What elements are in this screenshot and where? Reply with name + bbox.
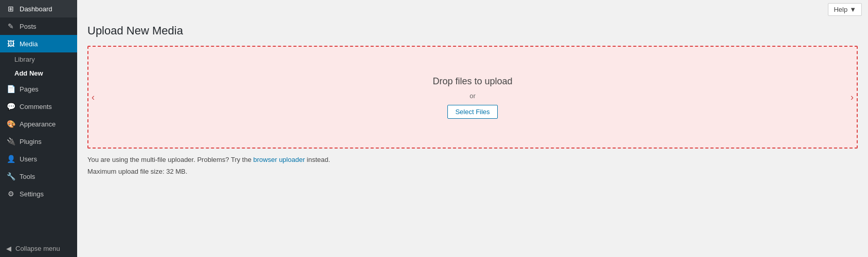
sidebar-item-posts[interactable]: ✎ Posts [0, 17, 77, 35]
sidebar-item-users[interactable]: 👤 Users [0, 150, 77, 168]
sidebar-item-appearance[interactable]: 🎨 Appearance [0, 115, 77, 133]
topbar: Help ▼ [77, 0, 868, 19]
sidebar-item-dashboard[interactable]: ⊞ Dashboard [0, 0, 77, 17]
help-arrow-icon: ▼ [849, 6, 856, 13]
browser-uploader-link[interactable]: browser uploader [254, 156, 305, 163]
tools-icon: 🔧 [6, 172, 15, 180]
info-text: You are using the multi-file uploader. P… [87, 156, 858, 163]
pages-icon: 📄 [6, 85, 15, 93]
settings-icon: ⚙ [6, 190, 15, 198]
sidebar-item-comments[interactable]: 💬 Comments [0, 98, 77, 115]
help-button[interactable]: Help ▼ [828, 3, 862, 16]
arrow-left-icon: ‹ [92, 92, 95, 103]
comments-icon: 💬 [6, 102, 15, 111]
page-title: Upload New Media [87, 24, 858, 38]
sidebar: ⊞ Dashboard ✎ Posts 🖼 Media Library Add … [0, 0, 77, 257]
sidebar-item-media[interactable]: 🖼 Media [0, 35, 77, 52]
upload-drop-zone[interactable]: ‹ Drop files to upload or Select Files › [87, 46, 858, 149]
max-size-text: Maximum upload file size: 32 MB. [87, 168, 858, 175]
users-icon: 👤 [6, 155, 15, 163]
dashboard-icon: ⊞ [6, 5, 15, 13]
sidebar-item-pages[interactable]: 📄 Pages [0, 80, 77, 98]
sidebar-item-settings[interactable]: ⚙ Settings [0, 185, 77, 203]
content-area: Upload New Media ‹ Drop files to upload … [77, 19, 868, 257]
select-files-button[interactable]: Select Files [447, 105, 497, 119]
media-icon: 🖼 [6, 40, 15, 48]
main-content: Help ▼ Upload New Media ‹ Drop files to … [77, 0, 868, 257]
plugins-icon: 🔌 [6, 137, 15, 145]
or-text: or [469, 92, 476, 100]
sidebar-item-plugins[interactable]: 🔌 Plugins [0, 133, 77, 150]
collapse-icon: ◀ [6, 245, 11, 252]
drop-files-text: Drop files to upload [432, 76, 512, 87]
posts-icon: ✎ [6, 22, 15, 30]
appearance-icon: 🎨 [6, 120, 15, 128]
sidebar-sub-item-add-new[interactable]: Add New [0, 66, 77, 80]
arrow-right-icon: › [851, 92, 854, 103]
sidebar-item-tools[interactable]: 🔧 Tools [0, 168, 77, 185]
collapse-menu-button[interactable]: ◀ Collapse menu [0, 240, 77, 257]
sidebar-sub-item-library[interactable]: Library [0, 52, 77, 66]
